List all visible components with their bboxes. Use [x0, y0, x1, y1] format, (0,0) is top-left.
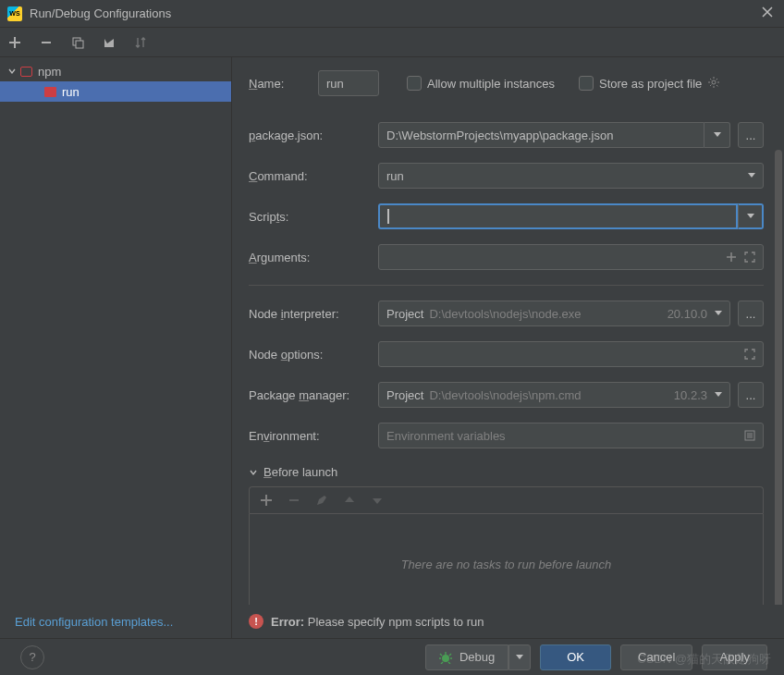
debug-button[interactable]: Debug	[425, 644, 508, 670]
npm-icon	[20, 67, 32, 77]
debug-button-group: Debug	[425, 644, 531, 670]
row-node-options: Node options:	[249, 341, 764, 367]
allow-multiple-checkbox[interactable]: Allow multiple instances	[407, 76, 555, 91]
remove-task-icon[interactable]	[287, 493, 301, 508]
config-tree: npm run	[0, 57, 231, 606]
arguments-input[interactable]	[378, 244, 764, 270]
titlebar: WS Run/Debug Configurations	[0, 0, 784, 28]
sidebar: npm run Edit configuration templates...	[0, 57, 232, 638]
error-text: Error: Please specify npm scripts to run	[271, 615, 484, 629]
add-icon[interactable]	[726, 252, 737, 263]
tree-node-label: run	[62, 85, 80, 99]
edit-task-icon[interactable]	[314, 493, 329, 508]
sort-config-icon[interactable]	[133, 35, 148, 50]
name-label: Name:	[249, 77, 318, 91]
allow-multiple-label: Allow multiple instances	[427, 77, 555, 91]
package-manager-dropdown[interactable]: Project D:\devtools\nodejs\npm.cmd 10.2.…	[378, 382, 730, 408]
tree-node-npm[interactable]: npm	[0, 61, 231, 81]
form-area: Name: Allow multiple instances Store as …	[232, 57, 784, 605]
main-panel: Name: Allow multiple instances Store as …	[232, 57, 784, 638]
row-environment: Environment: Environment variables	[249, 423, 764, 448]
list-icon[interactable]	[744, 430, 755, 441]
node-interpreter-label: Node interpreter:	[249, 307, 378, 321]
row-scripts: Scripts:	[249, 203, 764, 229]
environment-label: Environment:	[249, 429, 378, 443]
error-icon: !	[249, 614, 263, 629]
row-package-manager: Package manager: Project D:\devtools\nod…	[249, 382, 764, 408]
command-value: run	[386, 169, 404, 183]
apply-button[interactable]: Apply	[702, 644, 767, 670]
row-command: Command: run	[249, 163, 764, 189]
expand-icon[interactable]	[744, 349, 755, 360]
package-manager-label: Package manager:	[249, 388, 378, 402]
scrollbar[interactable]	[775, 150, 782, 605]
chevron-down-icon	[7, 67, 17, 76]
before-launch-empty-text: There are no tasks to run before launch	[401, 558, 612, 571]
bug-icon	[439, 651, 452, 664]
help-button[interactable]: ?	[20, 645, 44, 669]
row-arguments: Arguments:	[249, 244, 764, 270]
environment-input[interactable]: Environment variables	[378, 423, 764, 448]
store-project-checkbox[interactable]: Store as project file	[579, 76, 702, 91]
expand-icon[interactable]	[744, 252, 755, 263]
error-bar: ! Error: Please specify npm scripts to r…	[232, 605, 784, 638]
add-task-icon[interactable]	[259, 493, 274, 508]
divider	[249, 285, 764, 286]
close-icon[interactable]	[762, 6, 777, 21]
npm-run-icon	[44, 87, 56, 97]
row-name: Name: Allow multiple instances Store as …	[249, 70, 764, 96]
window-title: Run/Debug Configurations	[30, 6, 762, 20]
node-options-label: Node options:	[249, 348, 378, 362]
copy-config-icon[interactable]	[70, 35, 85, 50]
before-launch-section: Before launch There are no tasks to run …	[249, 465, 764, 605]
before-launch-body: There are no tasks to run before launch	[249, 513, 764, 605]
node-interpreter-dropdown[interactable]: Project D:\devtools\nodejs\node.exe 20.1…	[378, 301, 730, 326]
dropdown-button[interactable]	[704, 122, 730, 148]
name-input[interactable]	[318, 70, 379, 96]
row-node-interpreter: Node interpreter: Project D:\devtools\no…	[249, 301, 764, 326]
package-json-input[interactable]: D:\WebstormProjects\myapp\package.json	[378, 122, 704, 148]
button-bar: ? Debug OK Cancel Apply CSDN @猫的天敌是狗呀	[0, 638, 784, 675]
add-config-icon[interactable]	[7, 35, 22, 50]
edit-templates-link[interactable]: Edit configuration templates...	[0, 606, 231, 638]
command-dropdown[interactable]: run	[378, 163, 764, 189]
browse-button[interactable]: ...	[738, 382, 764, 408]
scripts-input[interactable]	[378, 203, 738, 229]
checkbox-icon	[407, 76, 422, 91]
svg-point-4	[442, 655, 449, 662]
cancel-button[interactable]: Cancel	[620, 644, 692, 670]
command-label: Command:	[249, 169, 378, 183]
chevron-down-icon	[249, 468, 258, 477]
save-config-icon[interactable]	[102, 35, 116, 50]
content: npm run Edit configuration templates... …	[0, 57, 784, 638]
tree-node-label: npm	[38, 65, 61, 79]
scripts-label: Scripts:	[249, 210, 378, 224]
arguments-label: Arguments:	[249, 251, 378, 264]
dropdown-button[interactable]	[738, 203, 764, 229]
gear-icon[interactable]	[707, 76, 722, 91]
checkbox-icon	[579, 76, 594, 91]
svg-point-2	[712, 80, 716, 84]
browse-button[interactable]: ...	[738, 301, 764, 326]
store-project-label: Store as project file	[599, 77, 702, 91]
row-package-json: package.json: D:\WebstormProjects\myapp\…	[249, 122, 764, 148]
remove-config-icon[interactable]	[39, 35, 54, 50]
package-json-label: package.json:	[249, 129, 378, 142]
node-options-input[interactable]	[378, 341, 764, 367]
tree-node-run[interactable]: run	[0, 81, 231, 102]
move-down-icon[interactable]	[370, 493, 385, 508]
toolbar	[0, 28, 784, 57]
before-launch-toolbar	[249, 486, 764, 513]
debug-dropdown[interactable]	[508, 644, 531, 670]
before-launch-header[interactable]: Before launch	[249, 465, 764, 479]
svg-rect-1	[76, 41, 83, 48]
app-icon: WS	[7, 6, 22, 21]
browse-button[interactable]: ...	[738, 122, 764, 148]
ok-button[interactable]: OK	[540, 644, 611, 670]
move-up-icon[interactable]	[342, 493, 357, 508]
